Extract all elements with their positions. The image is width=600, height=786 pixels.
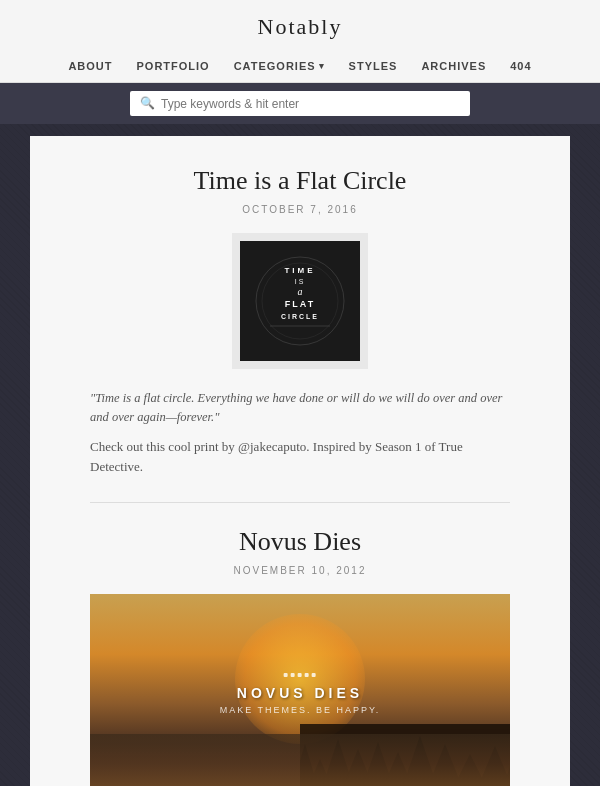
nav-styles[interactable]: STYLES (337, 56, 410, 76)
nav-portfolio[interactable]: PORTFOLIO (125, 56, 222, 76)
main-nav: ABOUT PORTFOLIO CATEGORIES ▾ STYLES ARCH… (0, 50, 600, 82)
article-2-image: NOVUS DIES MAKE THEMES. BE HAPPY. (90, 594, 510, 786)
article-2-title: Novus Dies (90, 527, 510, 557)
site-header: Notably ABOUT PORTFOLIO CATEGORIES ▾ STY… (0, 0, 600, 83)
search-bar: 🔍 (130, 91, 470, 116)
image-overlay-content: NOVUS DIES MAKE THEMES. BE HAPPY. (220, 673, 381, 715)
chevron-down-icon: ▾ (319, 61, 325, 71)
article-1-date: OCTOBER 7, 2016 (90, 204, 510, 215)
search-input[interactable] (161, 97, 460, 111)
image-overlay-subtitle: MAKE THEMES. BE HAPPY. (220, 705, 381, 715)
main-content: Time is a Flat Circle OCTOBER 7, 2016 TI… (30, 136, 570, 786)
article-divider (90, 502, 510, 503)
image-overlay-title: NOVUS DIES (220, 685, 381, 701)
article-1-title: Time is a Flat Circle (90, 166, 510, 196)
article-2: Novus Dies NOVEMBER 10, 2012 (90, 527, 510, 786)
article-1-image: TIME IS a FLAT CIRCLE (232, 233, 368, 369)
search-bar-wrap: 🔍 (0, 83, 600, 124)
dots-pattern (220, 673, 381, 677)
article-1-desc: Check out this cool print by @jakecaputo… (90, 437, 510, 479)
article-1: Time is a Flat Circle OCTOBER 7, 2016 TI… (90, 166, 510, 478)
svg-text:IS: IS (295, 278, 306, 285)
nav-categories[interactable]: CATEGORIES ▾ (222, 56, 337, 76)
nav-404[interactable]: 404 (498, 56, 543, 76)
svg-text:FLAT: FLAT (285, 299, 315, 309)
article-1-body: "Time is a flat circle. Everything we ha… (90, 389, 510, 478)
nav-archives[interactable]: ARCHIVES (409, 56, 498, 76)
article-2-date: NOVEMBER 10, 2012 (90, 565, 510, 576)
site-title: Notably (0, 14, 600, 40)
article-1-quote: "Time is a flat circle. Everything we ha… (90, 389, 510, 427)
svg-text:a: a (298, 286, 303, 297)
svg-text:CIRCLE: CIRCLE (281, 313, 319, 320)
search-icon: 🔍 (140, 96, 155, 111)
svg-text:TIME: TIME (284, 266, 315, 275)
nav-about[interactable]: ABOUT (56, 56, 124, 76)
water-reflection (90, 734, 510, 786)
